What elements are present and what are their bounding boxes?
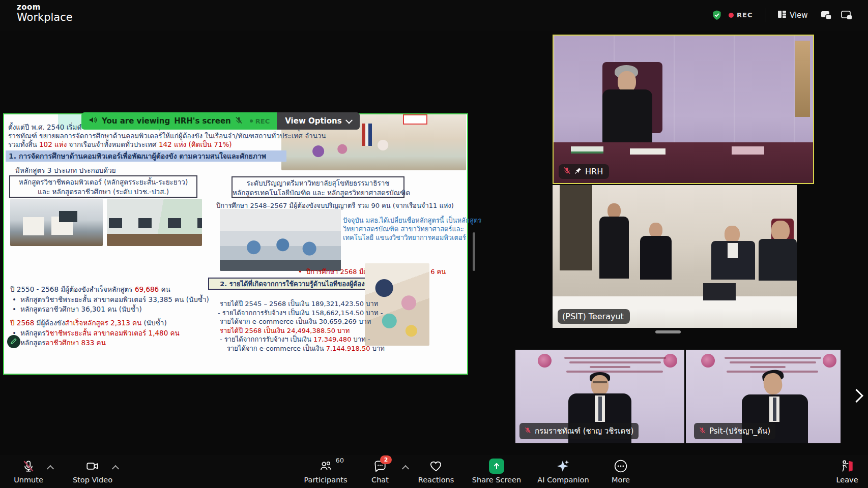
participant-name: HRH <box>585 167 603 176</box>
video-tile-corrections-dept[interactable]: กรมราชทัณฑ์ (ชาญ วชิรเดช) <box>515 350 684 443</box>
slide-text-line-shape <box>590 366 630 368</box>
topbar: zoom Workplace REC View <box>0 0 868 30</box>
desk-item-shape <box>732 146 764 155</box>
leave-button[interactable]: Leave <box>829 459 865 484</box>
stop-video-button[interactable]: Stop Video <box>67 459 118 484</box>
participants-label: Participants <box>304 476 347 484</box>
viewing-banner: You are viewing HRH's screen REC <box>81 112 277 130</box>
person-body-shape <box>759 239 797 281</box>
slide-photo-classroom-2 <box>107 199 202 246</box>
pin-icon <box>574 167 582 176</box>
security-shield-button[interactable] <box>711 10 722 23</box>
stats-segment: มีผู้ต้องขัง <box>34 319 65 327</box>
bullet-icon: • <box>10 295 20 303</box>
topbar-divider <box>766 8 766 22</box>
camera-icon <box>85 459 100 474</box>
intro-segment-red: 142 แห่ง (คิดเป็น 71%) <box>159 140 232 148</box>
screen-owner-text: HRH's screen <box>174 116 231 126</box>
ai-companion-label: AI Companion <box>537 476 589 484</box>
more-button[interactable]: More <box>600 459 641 484</box>
logo-zoom-text: zoom <box>17 4 73 12</box>
conference-emblem-shape <box>823 354 836 368</box>
bullet-icon: • <box>10 305 20 313</box>
income-segment: บาท - <box>351 336 370 343</box>
stats-segment-red: อาชีวศึกษา 833 คน <box>46 339 106 347</box>
conference-emblem-shape <box>663 354 677 368</box>
slide-stats-total: ปี 2550 - 2568 มีผู้ต้องขังสำเร็จหลักสูต… <box>10 284 170 295</box>
video-tile-hrh[interactable]: HRH <box>553 35 814 184</box>
minimize-window-button[interactable] <box>841 10 853 22</box>
share-screen-icon <box>489 459 504 474</box>
ellipsis-icon <box>614 459 628 474</box>
audio-options-caret[interactable] <box>48 464 53 473</box>
participant-name-tag: กรมราชทัณฑ์ (ชาญ วชิรเดช) <box>519 423 639 439</box>
shared-screen-scrollbar[interactable] <box>473 232 475 271</box>
stop-video-label: Stop Video <box>73 476 112 484</box>
banner-recording-dot-icon <box>250 119 253 123</box>
chat-button[interactable]: 2 Chat <box>362 459 398 484</box>
shield-check-icon <box>711 10 722 23</box>
stats-segment: คน <box>159 285 170 293</box>
slide-photo-classroom-3 <box>220 209 341 271</box>
mic-muted-icon <box>563 167 571 176</box>
income-segment-red: 7,144,918.50 <box>326 345 370 352</box>
video-tile-psit[interactable]: Psit-(ปรัชญา_ต้น) <box>686 350 841 443</box>
stats-segment: หลักสูตรอาชีวศึกษา 36,301 คน (นับซ้ำ) <box>20 305 142 313</box>
participants-icon: 60 <box>319 459 333 474</box>
glasses-shape <box>593 381 607 383</box>
zoom-workplace-logo: zoom Workplace <box>17 4 73 23</box>
share-screen-button[interactable]: Share Screen <box>466 459 527 484</box>
picture-in-picture-icon <box>820 10 832 22</box>
unmute-label: Unmute <box>14 476 43 484</box>
slide-marker-box <box>403 114 427 125</box>
logo-workplace-text: Workplace <box>17 12 73 23</box>
heart-icon <box>429 459 443 474</box>
reactions-button[interactable]: Reactions <box>413 459 459 484</box>
view-options-button[interactable]: View Options <box>277 112 359 130</box>
participants-button[interactable]: 60 Participants <box>293 459 359 484</box>
stats-segment: หลักสูตรวิชาชีพระยะสั้น สาขาคอมพิวเตอร์ … <box>20 295 209 303</box>
bullet-icon: • <box>296 268 306 276</box>
intro-segment: จากเรือนจำทั้งหมดทั่วประเทศ <box>67 140 159 148</box>
person-body-shape <box>640 236 672 280</box>
video-options-caret[interactable] <box>113 464 118 473</box>
slide-text-line-shape <box>730 361 816 363</box>
video-tile-teerayut[interactable]: (PSIT) Teerayut <box>553 185 797 328</box>
mic-muted-icon <box>699 426 706 436</box>
slide-stats-2568: ปี 2568 มีผู้ต้องขังสำเร็จหลักสูตร 2,313… <box>10 317 167 328</box>
ai-companion-button[interactable]: AI Companion <box>535 459 591 484</box>
view-button[interactable]: View <box>777 10 808 20</box>
banner-recording-indicator: REC <box>250 117 270 125</box>
slide-text-line-shape <box>569 361 661 363</box>
person-head-shape <box>771 221 790 241</box>
stats-segment: หลักสูตร <box>20 339 46 347</box>
video-panel-resize-handle[interactable] <box>655 330 681 333</box>
pop-out-window-icon <box>841 10 853 22</box>
recording-indicator: REC <box>729 11 753 19</box>
person-tie-shape <box>598 396 602 421</box>
participant-name: กรมราชทัณฑ์ (ชาญ วชิรเดช) <box>535 425 633 437</box>
picture-in-picture-button[interactable] <box>820 10 832 22</box>
income-segment: รายได้จาก e-commerce เป็นเงิน <box>227 345 326 352</box>
conference-emblem-shape <box>538 354 552 368</box>
annotate-button[interactable] <box>7 335 20 348</box>
next-video-page-button[interactable] <box>846 384 867 407</box>
person-body-shape <box>599 217 629 279</box>
slide-section1-header: 1. การจัดการศึกษาด้านคอมพิวเตอร์เพื่อพัฒ… <box>6 150 286 162</box>
slide-intro-line-3: รวมทั้งสิ้น 102 แห่ง จากเรือนจำทั้งหมดทั… <box>8 139 232 150</box>
viewing-text: You are viewing <box>102 116 170 126</box>
unmute-button[interactable]: Unmute <box>9 459 48 484</box>
mic-muted-icon <box>525 426 531 436</box>
chat-options-caret[interactable] <box>403 464 408 473</box>
chat-label: Chat <box>371 476 389 484</box>
income-segment: บาท <box>370 345 385 352</box>
slide-text-line-shape <box>566 371 663 373</box>
recording-dot-icon <box>729 13 734 18</box>
course-box-line: หลักสูตรวิชาชีพคอมพิวเตอร์ (หลักสูตรระยะ… <box>10 177 196 187</box>
pencil-icon <box>10 337 17 347</box>
stats-segment-red: สำเร็จหลักสูตร 2,313 คน <box>65 319 142 327</box>
mic-muted-icon <box>22 459 35 474</box>
leave-door-icon <box>840 459 855 474</box>
course-box-line: และ หลักสูตรอาชีวศึกษา (ระดับ ปวช.-ปวส.) <box>10 187 196 197</box>
course-box-line: หลักสูตรเทคโนโลยีบัณฑิต และ หลักสูตรวิทย… <box>233 188 403 198</box>
